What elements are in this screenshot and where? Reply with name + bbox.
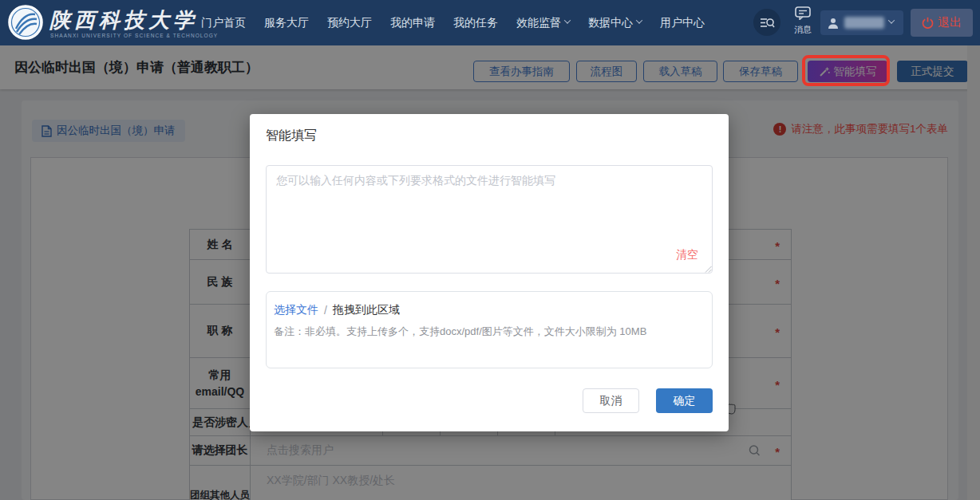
message-icon: [795, 6, 811, 20]
choose-file-link[interactable]: 选择文件: [274, 303, 318, 317]
separator: /: [324, 304, 327, 317]
confirm-button[interactable]: 确定: [656, 388, 713, 413]
user-name-redacted: [844, 17, 884, 29]
main-menu: 门户首页 服务大厅 预约大厅 我的申请 我的任务 效能监督 数据中心 用户中心: [201, 0, 705, 45]
nav-item-service-hall[interactable]: 服务大厅: [264, 16, 309, 30]
chevron-down-icon: [888, 17, 895, 23]
power-icon: [922, 17, 934, 29]
clear-link[interactable]: 清空: [676, 248, 698, 262]
dialog-title: 智能填写: [266, 128, 317, 144]
navbar: 陕西科技大学 SHAANXI UNIVERSITY OF SCIENCE & T…: [0, 0, 980, 45]
messages-button[interactable]: 消息: [788, 6, 817, 36]
messages-label: 消息: [788, 24, 817, 36]
logout-label: 退出: [938, 15, 962, 30]
upload-note: 备注：非必填。支持上传多个，支持docx/pdf/图片等文件，文件大小限制为 1…: [274, 325, 646, 339]
search-button[interactable]: [753, 9, 780, 36]
app-root: 陕西科技大学 SHAANXI UNIVERSITY OF SCIENCE & T…: [0, 0, 980, 500]
university-name: 陕西科技大学: [49, 6, 198, 34]
logout-button[interactable]: 退出: [911, 9, 973, 37]
chevron-down-icon: [564, 17, 571, 23]
nav-item-my-applications[interactable]: 我的申请: [390, 16, 435, 30]
university-name-en: SHAANXI UNIVERSITY OF SCIENCE & TECHNOLO…: [50, 33, 218, 38]
nav-item-user-center[interactable]: 用户中心: [660, 16, 705, 30]
drag-hint: 拖拽到此区域: [333, 303, 400, 317]
nav-item-data-center[interactable]: 数据中心: [588, 16, 642, 30]
nav-item-portal-home[interactable]: 门户首页: [201, 16, 246, 30]
smart-fill-textarea[interactable]: [266, 165, 713, 274]
user-menu[interactable]: [820, 10, 903, 35]
file-upload-dropzone[interactable]: 选择文件 / 拖拽到此区域 备注：非必填。支持上传多个，支持docx/pdf/图…: [266, 291, 713, 368]
nav-item-my-tasks[interactable]: 我的任务: [453, 16, 498, 30]
search-icon: [760, 16, 775, 30]
nav-item-efficiency-supervision[interactable]: 效能监督: [516, 16, 570, 30]
nav-item-booking-hall[interactable]: 预约大厅: [327, 16, 372, 30]
resize-handle-icon[interactable]: [705, 266, 712, 273]
smart-fill-dialog: 智能填写 清空 选择文件 / 拖拽到此区域 备注：非必填。支持上传多个，支持do…: [250, 114, 729, 431]
chevron-down-icon: [636, 17, 642, 23]
cancel-button[interactable]: 取消: [583, 388, 639, 413]
university-logo-icon: [8, 5, 43, 40]
user-avatar-icon: [827, 17, 840, 30]
